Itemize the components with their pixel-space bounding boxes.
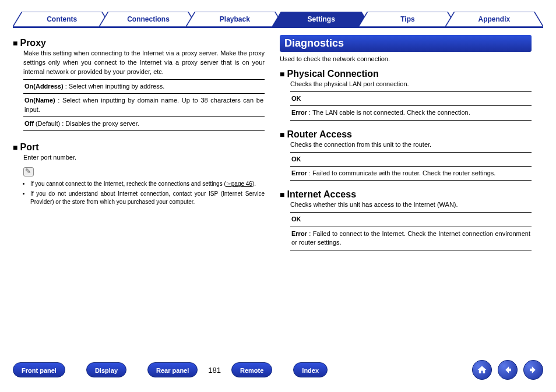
front-panel-button[interactable]: Front panel (13, 362, 65, 377)
table-row: On(Address) : Select when inputting by a… (23, 80, 265, 94)
table-row: OK (290, 213, 532, 227)
heading-proxy: Proxy (20, 37, 45, 49)
left-column: ■ Proxy Make this setting when connectin… (13, 35, 265, 250)
inet-table: OK Error : Failed to connect to the Inte… (290, 212, 532, 250)
top-tabs: Contents Connections Playback Settings T… (13, 12, 543, 28)
heading-router-access: Router Access (287, 129, 351, 140)
square-bullet-icon: ■ (13, 142, 17, 153)
tab-playback[interactable]: Playback (186, 12, 284, 27)
note-bullets: If you cannot connect to the Internet, r… (23, 180, 265, 207)
proxy-table: On(Address) : Select when inputting by a… (23, 79, 265, 132)
remote-button[interactable]: Remote (231, 362, 272, 377)
display-button[interactable]: Display (86, 362, 126, 377)
phys-table: OK Error : The LAN cable is not connecte… (290, 91, 532, 121)
heading-port: Port (20, 142, 38, 153)
section-header-diagnostics: Diagnostics (280, 35, 532, 52)
square-bullet-icon: ■ (280, 129, 284, 140)
table-row: Error : Failed to connect to the Interne… (290, 227, 532, 250)
square-bullet-icon: ■ (280, 68, 284, 80)
square-bullet-icon: ■ (280, 189, 284, 200)
heading-internet-access: Internet Access (287, 189, 356, 200)
port-desc: Enter port number. (23, 153, 265, 163)
table-row: Off (Default) : Disables the proxy serve… (23, 117, 265, 131)
proxy-desc: Make this setting when connecting to the… (23, 49, 265, 77)
note-icon (23, 167, 34, 176)
heading-physical-connection: Physical Connection (287, 68, 378, 80)
right-column: Diagnostics Used to check the network co… (280, 35, 532, 250)
prev-arrow-icon[interactable] (498, 360, 518, 380)
list-item: If you cannot connect to the Internet, r… (30, 180, 265, 189)
phys-desc: Checks the physical LAN port connection. (290, 80, 532, 89)
tab-settings[interactable]: Settings (272, 12, 370, 27)
tab-connections[interactable]: Connections (99, 12, 197, 27)
table-row: OK (290, 153, 532, 167)
router-desc: Checks the connection from this unit to … (290, 140, 532, 150)
table-row: On(Name) : Select when inputting by doma… (23, 94, 265, 117)
table-row: OK (290, 92, 532, 106)
inet-desc: Checks whether this unit has access to t… (290, 200, 532, 210)
router-table: OK Error : Failed to communicate with th… (290, 152, 532, 181)
page-link[interactable]: ☞page 46 (226, 181, 252, 187)
square-bullet-icon: ■ (13, 37, 17, 49)
diagnostics-intro: Used to check the network connection. (280, 55, 532, 62)
rear-panel-button[interactable]: Rear panel (147, 362, 198, 377)
table-row: Error : Failed to communicate with the r… (290, 167, 532, 181)
home-icon[interactable] (472, 360, 492, 380)
bottom-nav: Front panel Display Rear panel 181 Remot… (13, 358, 543, 382)
tab-contents[interactable]: Contents (13, 12, 111, 27)
tab-tips[interactable]: Tips (358, 12, 456, 27)
index-button[interactable]: Index (293, 362, 328, 377)
table-row: Error : The LAN cable is not connected. … (290, 106, 532, 120)
tab-appendix[interactable]: Appendix (445, 12, 543, 27)
page-number: 181 (208, 366, 221, 375)
list-item: If you do not understand about Internet … (30, 190, 265, 207)
next-arrow-icon[interactable] (523, 360, 543, 380)
